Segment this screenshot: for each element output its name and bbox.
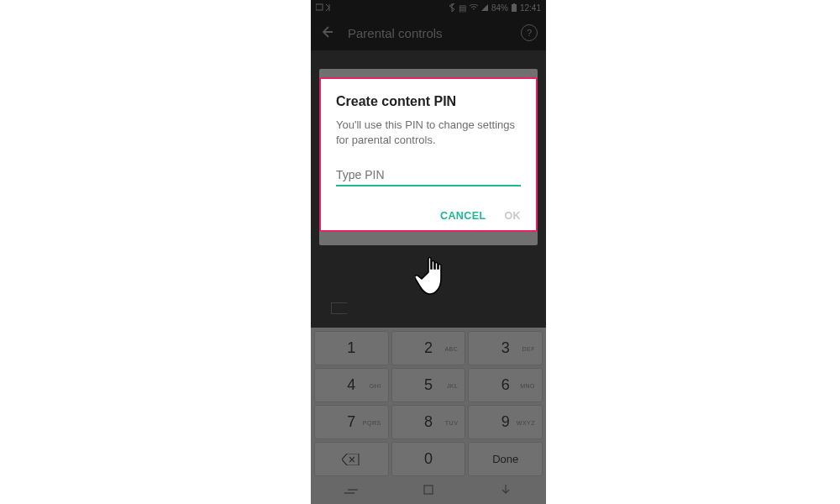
dialog-body: You'll use this PIN to change settings f… [336, 118, 521, 148]
cancel-button[interactable]: CANCEL [440, 210, 486, 222]
scrim [311, 0, 546, 504]
dialog-title: Create content PIN [336, 94, 521, 109]
phone-frame: ▤ 84% 12:41 Parental controls ? [311, 0, 546, 504]
pin-input[interactable] [336, 165, 521, 186]
create-pin-dialog: Create content PIN You'll use this PIN t… [319, 77, 538, 232]
ok-button[interactable]: OK [504, 210, 521, 222]
